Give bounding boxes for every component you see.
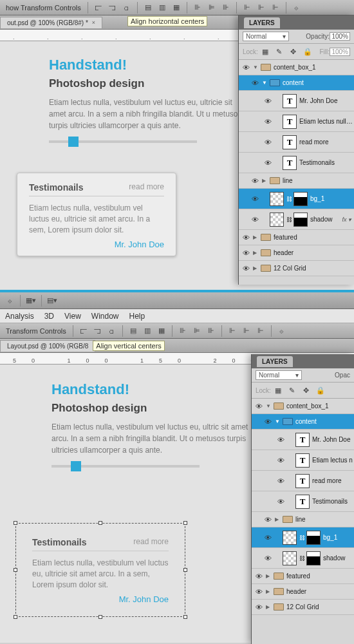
arrange-btn[interactable]: ⟐ [291,2,303,14]
distribute-btn[interactable]: ⊫ [206,2,218,14]
align-btn[interactable]: ▤ [142,2,154,14]
disclosure-icon[interactable]: ▶ [253,234,261,240]
layer-row[interactable]: 👁TTestimonails [239,153,354,173]
visibility-icon[interactable]: 👁 [239,234,253,242]
align-btn[interactable]: ⫏ [121,2,133,14]
distribute-btn[interactable]: ⊫ [191,325,203,337]
layer-row[interactable]: 👁⛓shadowfx ▾ [239,209,354,230]
layer-row[interactable]: 👁▼content_box_1 [252,399,354,414]
layer-row[interactable]: 👁▶line [252,512,354,527]
visibility-icon[interactable]: 👁 [261,418,275,426]
slider-knob[interactable] [68,137,79,147]
lock-transparency-icon[interactable]: ▦ [259,46,271,57]
lock-pixels-icon[interactable]: ✎ [286,384,298,396]
link-icon[interactable]: ⛓ [286,196,292,202]
visibility-icon[interactable]: 👁 [239,249,253,257]
visibility-icon[interactable]: 👁 [248,79,262,87]
visibility-icon[interactable]: 👁 [274,498,288,506]
align-btn[interactable]: ▦ [171,2,182,14]
lock-transparency-icon[interactable]: ▦ [272,384,284,396]
visibility-icon[interactable]: 👁 [261,534,275,542]
disclosure-icon[interactable]: ▶ [275,516,283,522]
align-btn[interactable]: ▤ [127,325,139,337]
layer-row[interactable]: 👁▼content [239,75,354,91]
layer-row[interactable]: 👁Tread more [239,132,354,153]
document-tab[interactable]: out.psd @ 100% (RGB/8#) * × [0,17,102,28]
layer-row[interactable]: 👁▶12 Col Grid [252,600,354,615]
disclosure-icon[interactable]: ▶ [253,250,261,256]
layer-row[interactable]: 👁⛓bg_1 [239,189,354,209]
layer-row[interactable]: 👁⛓shadow [252,548,354,569]
visibility-icon[interactable]: 👁 [261,138,275,146]
disclosure-icon[interactable]: ▶ [266,604,274,610]
visibility-icon[interactable]: 👁 [261,554,275,562]
read-more-link[interactable]: read more [129,182,164,193]
link-icon[interactable]: ⛓ [286,216,292,223]
visibility-icon[interactable]: 👁 [252,588,266,596]
align-btn[interactable]: ⫍ [93,2,104,14]
arrange-btn[interactable]: ⟐ [276,325,288,337]
disclosure-icon[interactable]: ▼ [275,419,283,424]
slider-track[interactable] [51,465,200,468]
visibility-icon[interactable]: 👁 [252,402,266,410]
layers-tab[interactable]: LAYERS [244,17,280,28]
layer-row[interactable]: 👁TEtiam lectus nulla, ves... [239,111,354,132]
close-icon[interactable]: × [92,19,95,26]
layer-row[interactable]: 👁⛓bg_1 [252,527,354,548]
align-btn[interactable]: ▥ [156,2,168,14]
lock-position-icon[interactable]: ✥ [301,384,312,396]
distribute-btn[interactable]: ⊩ [270,2,281,14]
align-btn[interactable]: ▦ [156,325,167,337]
fill-field[interactable]: 100% [330,48,350,56]
disclosure-icon[interactable]: ▶ [262,178,270,184]
link-icon[interactable]: ⛓ [299,555,305,562]
opacity-field[interactable]: 100% [330,32,350,41]
layer-row[interactable]: 👁▶featured [239,230,354,245]
layer-row[interactable]: 👁TMr. John Doe [252,430,354,450]
visibility-icon[interactable]: 👁 [274,457,288,464]
document-tab[interactable]: Layout.psd @ 100% (RGB/8 [0,340,95,352]
menu-3d[interactable]: 3D [39,312,59,321]
visibility-icon[interactable]: 👁 [261,118,275,126]
fx-icon[interactable]: fx ▾ [339,216,354,223]
menu-analysis[interactable]: Analysis [0,312,39,321]
layer-row[interactable]: 👁▶line [239,173,354,189]
align-btn[interactable]: ⫏ [106,325,118,337]
visibility-icon[interactable]: 👁 [261,159,275,167]
layer-row[interactable]: 👁▶12 Col Grid [239,261,354,276]
visibility-icon[interactable]: 👁 [248,177,262,185]
visibility-icon[interactable]: 👁 [274,477,288,485]
layer-row[interactable]: 👁TMr. John Doe [239,91,354,111]
disclosure-icon[interactable]: ▶ [253,265,261,271]
link-icon[interactable]: ⛓ [299,535,305,541]
tool-preset-icon[interactable]: ⟐ [4,295,15,307]
menu-view[interactable]: View [59,312,86,321]
visibility-icon[interactable]: 👁 [239,64,253,71]
visibility-icon[interactable]: 👁 [252,573,266,580]
lock-pixels-icon[interactable]: ✎ [274,46,285,57]
lock-position-icon[interactable]: ✥ [288,46,299,57]
blend-mode-select[interactable]: Normal▾ [243,32,289,41]
disclosure-icon[interactable]: ▶ [266,573,274,579]
menu-help[interactable]: Help [124,312,151,321]
visibility-icon[interactable]: 👁 [261,516,275,524]
distribute-btn[interactable]: ⊪ [205,325,217,337]
layer-row[interactable]: 👁▼content_box_1 [239,60,354,75]
disclosure-icon[interactable]: ▼ [253,64,261,70]
align-btn[interactable]: ⫍ [78,325,89,337]
screen-mode-icon[interactable]: ▦▾ [25,295,37,307]
lock-all-icon[interactable]: 🔒 [302,46,313,57]
layer-row[interactable]: 👁Tread more [252,471,354,491]
layers-tab[interactable]: LAYERS [257,356,293,367]
distribute-btn[interactable]: ⊪ [220,2,232,14]
distribute-btn[interactable]: ⊪ [192,2,203,14]
disclosure-icon[interactable]: ▼ [262,80,270,86]
align-btn[interactable]: ▥ [142,325,153,337]
visibility-icon[interactable]: 👁 [252,603,266,611]
layer-row[interactable]: 👁TEtiam lectus n [252,450,354,471]
distribute-btn[interactable]: ⊩ [241,2,253,14]
layer-row[interactable]: 👁TTestimonails [252,491,354,512]
visibility-icon[interactable]: 👁 [261,97,275,105]
blend-mode-select[interactable]: Normal▾ [256,370,302,380]
workspace-icon[interactable]: ▤▾ [46,295,58,307]
